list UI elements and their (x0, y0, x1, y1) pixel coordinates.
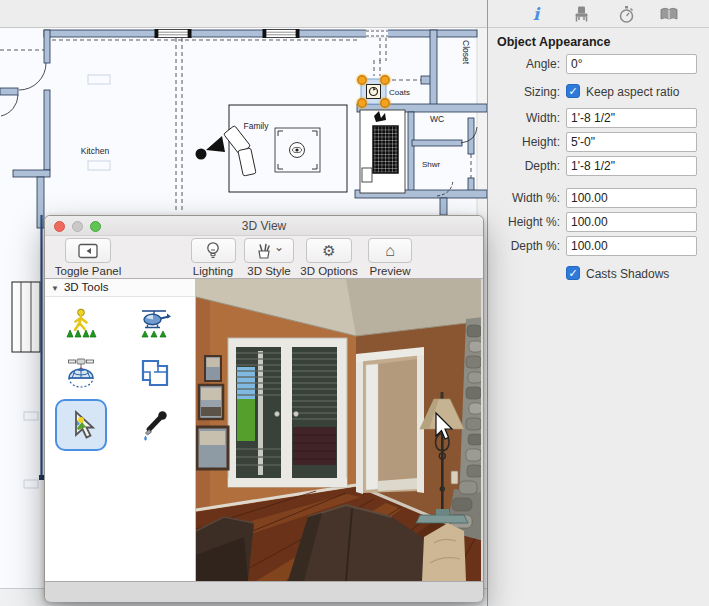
stopwatch-icon (617, 5, 635, 24)
3d-tools-title: 3D Tools (64, 281, 109, 293)
plan-stairs (360, 110, 405, 193)
depth-input[interactable] (566, 156, 697, 176)
keep-aspect-ratio-label: Keep aspect ratio (586, 85, 679, 99)
plan-camera-symbol[interactable] (196, 136, 226, 160)
inspector-tabs: i (488, 0, 709, 28)
tool-satellite-orbit[interactable] (63, 355, 99, 391)
tab-timer[interactable] (614, 3, 638, 25)
casts-shadows-checkbox[interactable]: ✓ (566, 266, 580, 280)
depth-label: Depth: (488, 159, 560, 173)
toggle-panel-label: Toggle Panel (55, 265, 122, 277)
book-icon (659, 6, 679, 22)
label-wc: WC (430, 114, 444, 124)
angle-label: Angle: (488, 57, 560, 71)
toggle-panel-button[interactable] (65, 238, 111, 263)
doorway (356, 347, 424, 494)
gear-icon: ⚙ (322, 243, 335, 258)
label-shwr: Shwr (422, 160, 441, 169)
height-pct-input[interactable] (566, 212, 697, 232)
angle-input[interactable] (566, 54, 697, 74)
section-title: Object Appearance (497, 35, 610, 49)
walkthrough-icon (64, 306, 98, 340)
lightbulb-icon (203, 241, 223, 260)
info-icon: i (533, 4, 539, 24)
width-label: Width: (488, 111, 560, 125)
preview-button[interactable]: ⌂ (368, 238, 412, 263)
lighting-label: Lighting (193, 265, 233, 277)
3d-style-label: 3D Style (247, 265, 290, 277)
chair-icon (573, 5, 590, 23)
width-pct-input[interactable] (566, 188, 697, 208)
plan-left-strip (12, 215, 45, 480)
chevron-down-icon: ⌄ (274, 240, 284, 255)
plan-family-room (223, 105, 347, 192)
plan-door-arcs (1, 63, 477, 196)
inspector-panel: i (487, 0, 709, 606)
main-toolbar-strip (0, 0, 487, 28)
width-input[interactable] (566, 108, 697, 128)
window-toolbar: Toggle Panel Lighting (45, 236, 483, 279)
lighting-button[interactable] (191, 238, 236, 263)
label-kitchen: Kitchen (81, 146, 110, 156)
3d-tools-panel: ▼3D Tools (45, 279, 196, 581)
3d-render-svg (196, 279, 483, 581)
width-pct-label: Width %: (488, 191, 560, 205)
sizing-label: Sizing: (488, 85, 560, 99)
tool-walkthrough[interactable] (63, 305, 99, 341)
home-icon: ⌂ (385, 243, 395, 259)
app-screen: Kitchen Family Coats Closet WC Shwr 3D V… (0, 0, 709, 606)
wall-outlet (451, 471, 458, 484)
depth-pct-label: Depth %: (488, 239, 560, 253)
helicopter-icon (138, 306, 172, 340)
label-coats: Coats (389, 88, 410, 97)
height-label: Height: (488, 135, 560, 149)
toggle-panel-icon (77, 242, 99, 260)
3d-tools-header[interactable]: ▼3D Tools (45, 279, 195, 297)
tool-eyedropper[interactable] (137, 407, 173, 443)
selected-object-lamp[interactable] (356, 74, 392, 110)
tab-furnishings[interactable] (569, 3, 593, 25)
window-title: 3D View (45, 219, 483, 233)
tool-helicopter-flyover[interactable] (137, 305, 173, 341)
tool-floor-plan-view[interactable] (137, 355, 173, 391)
3d-view-window[interactable]: 3D View Toggle Panel (44, 215, 484, 602)
keep-aspect-ratio-checkbox[interactable]: ✓ (566, 84, 580, 98)
tab-object-info[interactable]: i (524, 3, 548, 25)
tab-library[interactable] (657, 3, 681, 25)
collapse-triangle-icon: ▼ (51, 284, 59, 293)
casts-shadows-label: Casts Shadows (586, 267, 669, 281)
height-input[interactable] (566, 132, 697, 152)
label-family: Family (243, 121, 269, 131)
depth-pct-input[interactable] (566, 236, 697, 256)
height-pct-label: Height %: (488, 215, 560, 229)
3d-render-viewport[interactable] (196, 279, 483, 581)
paint-brushes-icon (254, 242, 272, 260)
window-titlebar[interactable]: 3D View (45, 216, 483, 236)
preview-label: Preview (370, 265, 411, 277)
select-arrow-icon (64, 408, 98, 442)
label-closet: Closet (461, 40, 471, 65)
satellite-globe-icon (64, 356, 98, 390)
eyedropper-icon (138, 408, 172, 442)
3d-options-button[interactable]: ⚙ (306, 238, 352, 263)
window-statusbar (45, 581, 483, 602)
3d-options-label: 3D Options (300, 265, 358, 277)
tool-select-3d[interactable] (55, 399, 107, 451)
floor-plan-icon (138, 356, 172, 390)
3d-style-button[interactable]: ⌄ (244, 238, 294, 263)
french-doors (228, 338, 347, 487)
